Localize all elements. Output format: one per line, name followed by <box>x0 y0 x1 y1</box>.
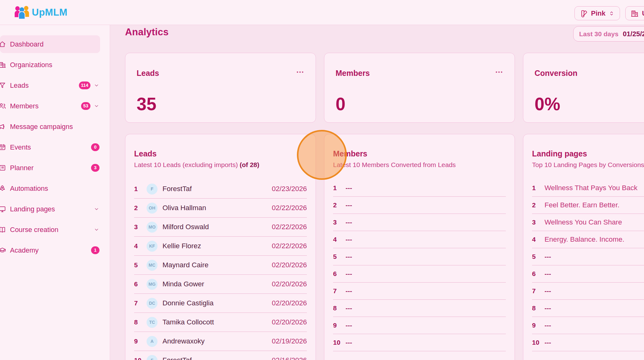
sidebar-item-academy[interactable]: Academy 1 <box>0 241 100 259</box>
member-row[interactable]: 8 --- <box>333 300 506 317</box>
sidebar-item-label: Academy <box>10 246 91 254</box>
landing-page-row[interactable]: 1 Wellness That Pays You Back <box>532 180 644 197</box>
sidebar-item-members[interactable]: Members 53 <box>0 97 100 115</box>
landing-page-row[interactable]: 4 Energy. Balance. Income. <box>532 231 644 248</box>
theme-selector-button[interactable]: Pink <box>574 6 620 20</box>
sidebar-item-label: Events <box>10 143 91 151</box>
lead-row[interactable]: 10 F ForestTaf 02/16/2026 <box>134 351 307 360</box>
sidebar-item-label: Landing pages <box>10 205 94 213</box>
lead-row[interactable]: 3 MO Milford Oswald 02/22/2026 <box>134 218 307 237</box>
row-value: Wellness You Can Share <box>545 218 622 226</box>
main-content: Analytics Last 30 days 01/25/20 Leads ••… <box>110 25 644 360</box>
row-rank: 1 <box>333 184 346 192</box>
sidebar-item-automations[interactable]: Automations <box>0 180 100 197</box>
sidebar-item-dashboard[interactable]: Dashboard <box>0 35 100 53</box>
lead-date: 02/16/2026 <box>272 356 307 360</box>
row-value: Energy. Balance. Income. <box>545 235 624 244</box>
landing-page-row[interactable]: 5 --- <box>532 248 644 265</box>
member-row[interactable]: 9 --- <box>333 317 506 334</box>
landing-page-row[interactable]: 8 --- <box>532 300 644 317</box>
member-row[interactable]: 6 --- <box>333 265 506 283</box>
sidebar-item-landing-pages[interactable]: Landing pages <box>0 200 100 218</box>
app-logo[interactable]: UpMLM <box>14 5 67 20</box>
sidebar-item-organizations[interactable]: Organizations <box>0 56 100 74</box>
card-menu-button[interactable]: ••• <box>297 71 304 74</box>
lead-row[interactable]: 2 OH Oliva Hallman 02/22/2026 <box>134 199 307 218</box>
megaphone-icon <box>0 123 6 131</box>
member-row[interactable]: 10 --- <box>333 334 506 351</box>
sidebar-item-label: Members <box>10 102 81 110</box>
member-row[interactable]: 7 --- <box>333 283 506 300</box>
landing-page-row[interactable]: 6 --- <box>532 265 644 283</box>
date-range-picker[interactable]: Last 30 days 01/25/20 <box>573 26 644 42</box>
sidebar-item-planner[interactable]: Planner 3 <box>0 159 100 177</box>
lead-name: Milford Oswald <box>162 223 209 231</box>
landing-page-row[interactable]: 3 Wellness You Can Share <box>532 214 644 231</box>
lead-row[interactable]: 5 MC Maynard Caire 02/20/2026 <box>134 256 307 275</box>
avatar: F <box>147 355 157 360</box>
sidebar-item-course-creation[interactable]: Course creation <box>0 221 100 239</box>
chevron-down-icon <box>94 82 99 88</box>
member-row[interactable]: 5 --- <box>333 248 506 265</box>
row-rank: 8 <box>134 318 147 326</box>
landing-page-row[interactable]: 7 --- <box>532 283 644 300</box>
member-row[interactable]: 3 --- <box>333 214 506 231</box>
lead-row[interactable]: 4 KF Kellie Florez 02/22/2026 <box>134 237 307 256</box>
lead-date: 02/20/2026 <box>272 318 307 326</box>
avatar: MC <box>147 260 157 271</box>
leads-stat-card: Leads ••• 35 <box>125 53 316 123</box>
lead-row[interactable]: 7 DC Donnie Castiglia 02/20/2026 <box>134 294 307 313</box>
row-value: --- <box>346 219 352 226</box>
landing-pages-list-card: Landing pages Top 10 Landing Pages by Co… <box>523 134 644 360</box>
lead-row[interactable]: 1 F ForestTaf 02/23/2026 <box>134 180 307 199</box>
members-list-title: Members <box>333 149 506 158</box>
organization-selector-button[interactable]: U <box>625 6 644 20</box>
row-rank: 5 <box>134 261 147 269</box>
row-value: --- <box>346 253 352 260</box>
lead-date: 02/20/2026 <box>272 280 307 288</box>
landing-pages-list-subtitle: Top 10 Landing Pages by Conversions <box>532 161 644 169</box>
lead-date: 02/23/2026 <box>272 185 307 193</box>
stat-card-title: Conversion <box>535 69 644 78</box>
avatar: OH <box>147 203 157 214</box>
sidebar-item-leads[interactable]: Leads 114 <box>0 76 100 94</box>
page-title: Analytics <box>125 27 169 38</box>
lead-date: 02/22/2026 <box>272 223 307 231</box>
lead-name: ForestTaf <box>162 356 192 360</box>
lead-name: Minda Gower <box>162 280 204 288</box>
row-rank: 6 <box>532 270 545 278</box>
lead-row[interactable]: 9 A Andrewaxoky 02/19/2026 <box>134 332 307 351</box>
chevron-down-icon <box>94 227 99 233</box>
sidebar-item-label: Automations <box>10 185 100 193</box>
rocket-icon <box>0 185 6 192</box>
lead-row[interactable]: 8 TC Tamika Collocott 02/20/2026 <box>134 313 307 332</box>
building-icon <box>631 9 639 17</box>
member-row[interactable]: 2 --- <box>333 197 506 214</box>
row-rank: 10 <box>333 339 346 346</box>
planner-icon <box>0 164 6 172</box>
row-rank: 9 <box>532 322 545 329</box>
lead-name: Tamika Collocott <box>162 318 214 326</box>
count-badge: 0 <box>91 143 99 151</box>
row-value: --- <box>346 339 352 346</box>
row-rank: 1 <box>532 184 545 192</box>
card-menu-button[interactable]: ••• <box>496 71 503 74</box>
landing-page-row[interactable]: 10 --- <box>532 334 644 351</box>
stats-row: Leads ••• 35 Members ••• 0 Conversion 0% <box>125 53 644 123</box>
row-value: --- <box>346 184 352 192</box>
row-value: --- <box>545 270 551 278</box>
lead-row[interactable]: 6 MG Minda Gower 02/20/2026 <box>134 275 307 294</box>
sidebar-item-events[interactable]: Events 0 <box>0 138 100 156</box>
avatar: DC <box>147 298 157 309</box>
row-value: --- <box>346 270 352 278</box>
row-value: --- <box>545 322 551 329</box>
sidebar-item-message-campaigns[interactable]: Message campaigns <box>0 118 100 136</box>
stat-card-title: Leads <box>137 69 297 78</box>
member-row[interactable]: 4 --- <box>333 231 506 248</box>
row-value: --- <box>346 236 352 243</box>
row-rank: 4 <box>532 236 545 243</box>
landing-page-row[interactable]: 2 Feel Better. Earn Better. <box>532 197 644 214</box>
home-icon <box>0 40 6 48</box>
landing-page-row[interactable]: 9 --- <box>532 317 644 334</box>
member-row[interactable]: 1 --- <box>333 180 506 197</box>
